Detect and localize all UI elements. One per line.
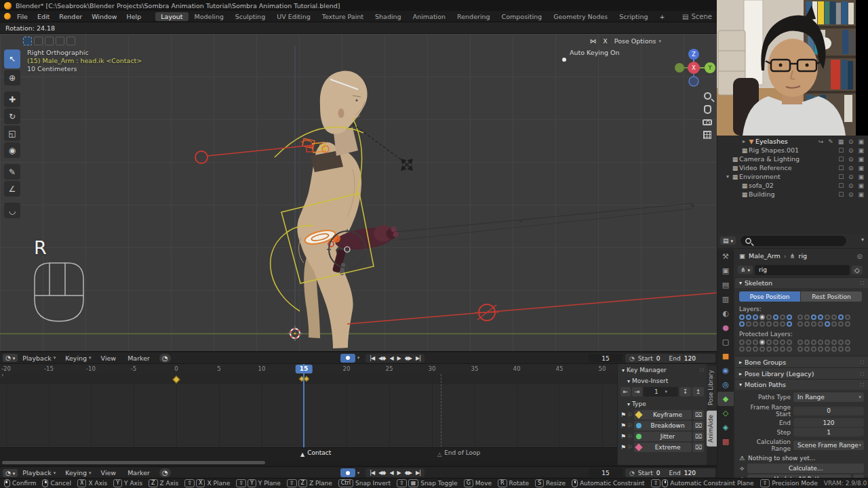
playback-button[interactable]: ◀◆ bbox=[377, 354, 387, 362]
panel-drag-icon[interactable]: ∷ bbox=[860, 279, 864, 287]
trash-icon[interactable]: ⌧ bbox=[693, 443, 704, 452]
paths-type-dropdown[interactable]: In Range▾ bbox=[793, 392, 864, 402]
protected-layer-toggle[interactable] bbox=[811, 340, 816, 345]
protected-layer-toggle[interactable] bbox=[831, 346, 837, 352]
pose-position-button[interactable]: Pose Position bbox=[739, 291, 800, 302]
workspace-tab[interactable]: UV Editing bbox=[271, 12, 316, 21]
menu-item[interactable]: Help bbox=[122, 12, 146, 21]
keyframe-type-select[interactable]: Extreme bbox=[634, 443, 692, 452]
playback-button[interactable]: ▶| bbox=[414, 469, 422, 476]
layer-toggle[interactable] bbox=[746, 314, 751, 320]
layer-toggle[interactable] bbox=[739, 314, 745, 320]
properties-tab[interactable]: ● bbox=[717, 321, 734, 335]
keyframe-type-select[interactable]: Keyframe bbox=[634, 410, 692, 420]
playback-button[interactable]: ◆▶ bbox=[403, 354, 413, 362]
properties-search-input[interactable] bbox=[741, 236, 846, 246]
trash-icon[interactable]: ⌧ bbox=[693, 432, 704, 441]
move-insert-title[interactable]: Move-Insert bbox=[632, 378, 668, 384]
outliner-item-label[interactable]: Camera & Lighting bbox=[739, 155, 800, 163]
properties-options-dropdown[interactable]: ▾ bbox=[861, 237, 864, 243]
properties-tab[interactable]: ▤ bbox=[717, 278, 734, 292]
keying-dropdown-icon[interactable]: ▾ bbox=[355, 355, 362, 361]
outliner-item-label[interactable]: Environment bbox=[739, 173, 781, 180]
layer-toggle[interactable] bbox=[804, 321, 810, 327]
protected-layer-toggle[interactable] bbox=[746, 340, 751, 345]
visibility-toggle-icons[interactable]: ↪ ✎ ▦ ⊙ ▣ bbox=[818, 138, 865, 145]
timeline-menu-item[interactable]: Keying▾ bbox=[60, 354, 96, 362]
protected-layer-toggle[interactable] bbox=[739, 340, 745, 345]
visibility-toggle-icons[interactable]: ☐ ⊙ ▣ bbox=[838, 182, 865, 189]
properties-tab[interactable]: ◐ bbox=[717, 306, 734, 321]
timeline-menu-item[interactable]: Marker bbox=[123, 354, 157, 362]
protected-layer-toggle[interactable] bbox=[818, 340, 823, 345]
insert-up-button[interactable]: ↥ bbox=[692, 387, 704, 396]
sidebar-tab[interactable]: Pose Library bbox=[707, 366, 717, 409]
collapsed-panel-header[interactable]: ▸Bone Groups ∷ bbox=[735, 356, 868, 367]
protected-layer-toggle[interactable] bbox=[766, 346, 772, 352]
protected-layer-toggle[interactable] bbox=[845, 346, 850, 352]
menu-item[interactable]: Edit bbox=[33, 12, 54, 21]
outliner-row[interactable]: ▦ Building ☐ ⊙ ▣ bbox=[717, 190, 868, 199]
collapse-arrow-icon[interactable]: ▾ bbox=[724, 174, 731, 180]
calculate-button[interactable]: Calculate... bbox=[747, 464, 864, 473]
layer-toggle[interactable] bbox=[780, 321, 785, 327]
layer-toggle[interactable] bbox=[818, 314, 823, 320]
playback-button[interactable]: ▶ bbox=[396, 469, 402, 476]
keyframe-type-select[interactable]: Breakdown bbox=[634, 421, 692, 430]
visibility-toggle-icons[interactable]: ☐ ⊙ ▣ bbox=[838, 174, 865, 180]
workspace-tab[interactable]: Geometry Nodes bbox=[548, 12, 613, 21]
timeline-menu-item[interactable]: Marker bbox=[123, 469, 157, 476]
protected-layer-toggle[interactable] bbox=[773, 346, 778, 352]
menu-item[interactable]: Window bbox=[87, 12, 121, 21]
protected-layer-toggle[interactable] bbox=[818, 346, 823, 352]
scene-selector[interactable]: ▤ Scene bbox=[682, 13, 713, 20]
auto-keying-record-button[interactable] bbox=[340, 468, 355, 477]
blender-menu-icon[interactable] bbox=[4, 13, 11, 20]
protected-layer-toggle[interactable] bbox=[766, 340, 772, 345]
outliner-row[interactable]: ▦ sofa_02 ☐ ⊙ ▣ bbox=[717, 181, 868, 190]
properties-tab[interactable]: ▢ bbox=[717, 335, 734, 349]
layer-toggle[interactable] bbox=[825, 321, 830, 327]
playback-button[interactable]: ◀ bbox=[388, 354, 394, 362]
protected-layer-toggle[interactable] bbox=[753, 346, 758, 352]
layer-toggle[interactable] bbox=[760, 314, 765, 320]
protected-layer-toggle[interactable] bbox=[804, 346, 810, 352]
id-name-field[interactable]: rig bbox=[755, 265, 850, 275]
flag-filled-icon[interactable]: ⚑ bbox=[620, 422, 626, 429]
layer-toggle[interactable] bbox=[811, 314, 816, 320]
layer-toggle[interactable] bbox=[811, 321, 816, 327]
timeline-menu-item[interactable]: View bbox=[96, 469, 123, 476]
playback-button[interactable]: ◀◆ bbox=[377, 469, 387, 476]
layer-toggle[interactable] bbox=[766, 314, 772, 320]
timeline-marker[interactable]: △ End of Loop bbox=[437, 449, 480, 458]
breadcrumb-object[interactable]: Male_Arm bbox=[749, 252, 781, 260]
visibility-toggle-icons[interactable]: ☐ ⊙ ▣ bbox=[838, 165, 865, 171]
protected-layer-toggle[interactable] bbox=[753, 340, 758, 345]
flag-filled-icon[interactable]: ⚑ bbox=[620, 411, 626, 418]
protected-layer-toggle[interactable] bbox=[838, 340, 844, 345]
end-frame-value[interactable]: 120 bbox=[684, 355, 696, 362]
timeline-menu-item[interactable]: View bbox=[96, 354, 123, 362]
properties-tab[interactable]: ◇ bbox=[717, 406, 734, 420]
properties-tab[interactable]: ◈ bbox=[717, 420, 734, 434]
outliner-row[interactable]: ▦ Rig Shapes.001 ☐ ⊙ ▣ bbox=[717, 146, 868, 155]
protected-layer-toggle[interactable] bbox=[825, 346, 830, 352]
add-workspace-button[interactable]: + bbox=[655, 12, 670, 21]
workspace-tab[interactable]: Compositing bbox=[496, 12, 548, 21]
workspace-tab[interactable]: Texture Paint bbox=[317, 12, 369, 21]
playhead[interactable] bbox=[303, 364, 304, 460]
layer-toggle[interactable] bbox=[838, 314, 844, 320]
outliner-item-label[interactable]: Video Reference bbox=[739, 164, 791, 171]
keying-dropdown-icon[interactable]: ▾ bbox=[355, 470, 362, 476]
properties-tab[interactable]: ■ bbox=[717, 349, 734, 363]
layer-toggle[interactable] bbox=[780, 314, 785, 320]
skeleton-panel-header[interactable]: ▾Skeleton ∷ bbox=[735, 277, 868, 288]
timeline-hscrollbar[interactable] bbox=[0, 460, 617, 465]
collapse-arrow-icon[interactable]: ▸ bbox=[741, 138, 747, 144]
properties-tab[interactable]: ▥ bbox=[717, 292, 734, 306]
motion-paths-panel-header[interactable]: ▾Motion Paths ∷ bbox=[735, 379, 868, 390]
rest-position-button[interactable]: Rest Position bbox=[801, 291, 862, 302]
outliner-item-label[interactable]: Rig Shapes.001 bbox=[749, 146, 799, 154]
insert-down-button[interactable]: ↧ bbox=[679, 387, 691, 396]
protected-layer-toggle[interactable] bbox=[797, 346, 803, 352]
